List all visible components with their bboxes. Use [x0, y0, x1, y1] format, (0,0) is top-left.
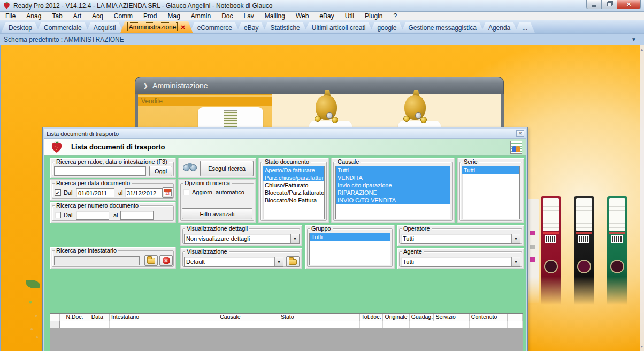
- column-header-causale[interactable]: Causale: [218, 314, 279, 321]
- menu-util[interactable]: Util: [340, 12, 359, 20]
- gruppo-listbox[interactable]: Tutti: [309, 233, 390, 265]
- calendar-button[interactable]: [162, 187, 173, 198]
- menu-lav[interactable]: Lav: [239, 12, 259, 20]
- menu-comm[interactable]: Comm: [109, 12, 138, 20]
- list-item[interactable]: Tutti: [336, 166, 450, 174]
- date-to-input[interactable]: [125, 188, 162, 197]
- date-from-input[interactable]: [76, 188, 114, 197]
- documents-table: N.Doc.DataIntestatarioCausaleStatoTot.do…: [50, 313, 523, 351]
- menu-file[interactable]: File: [0, 12, 21, 20]
- auto-update-checkbox[interactable]: [183, 189, 189, 195]
- statusbar-dropdown-icon[interactable]: ▼: [631, 36, 637, 42]
- list-item[interactable]: INVIO C/TO VENDITA: [336, 196, 450, 204]
- tab-statistiche[interactable]: Statistiche: [263, 22, 307, 33]
- close-button[interactable]: ✕: [617, 0, 641, 9]
- menu-mag[interactable]: Mag: [162, 12, 185, 20]
- scroll-up-icon[interactable]: ▲: [640, 47, 644, 53]
- tab-google[interactable]: google: [370, 22, 404, 33]
- column-header-data[interactable]: Data: [85, 314, 110, 321]
- tab-commerciale[interactable]: Commerciale: [36, 22, 89, 33]
- execute-search-button[interactable]: Esegui ricerca: [200, 161, 254, 176]
- stato-documento-listbox[interactable]: Aperto/Da fatturareParz.chiuso/parz.fatt…: [263, 166, 325, 219]
- pick-intestatario-button[interactable]: [144, 255, 158, 266]
- menu-ammin[interactable]: Ammin: [186, 12, 216, 20]
- list-item[interactable]: Bloccato/No Fattura: [263, 196, 324, 204]
- menu-anag[interactable]: Anag: [21, 12, 47, 20]
- tab-acquisti[interactable]: Acquisti: [86, 22, 124, 33]
- agente-combobox[interactable]: Tutti ▼: [401, 257, 520, 267]
- number-filter-checkbox[interactable]: [55, 212, 61, 218]
- menu-tab[interactable]: Tab: [47, 12, 67, 20]
- menu-doc[interactable]: Doc: [216, 12, 238, 20]
- column-header-guadag[interactable]: Guadag...: [410, 314, 434, 321]
- operatore-combobox[interactable]: Tutti ▼: [401, 234, 520, 244]
- causale-listbox[interactable]: TuttiVENDITAInvio c/to riparazioneRIPARA…: [335, 166, 450, 219]
- binoculars-icon: [183, 163, 197, 172]
- table-empty-row[interactable]: [50, 321, 523, 328]
- tab-amministrazione[interactable]: Amministrazione✕: [120, 21, 193, 33]
- tab-ebay[interactable]: eBay: [236, 22, 266, 33]
- menu-web[interactable]: Web: [290, 12, 314, 20]
- menu-[interactable]: ?: [388, 12, 402, 20]
- dialog-header: Lista documenti di trasporto: [44, 139, 526, 156]
- list-item[interactable]: RIPARAZIONE: [336, 189, 450, 196]
- execute-search-panel: Esegui ricerca: [178, 158, 256, 178]
- number-to-input[interactable]: [120, 211, 154, 220]
- minimize-button[interactable]: [586, 0, 602, 9]
- menu-ebay[interactable]: eBay: [314, 12, 339, 20]
- visualizzazione-combobox[interactable]: Default ▼: [184, 257, 283, 267]
- serie-listbox[interactable]: Tutti: [462, 166, 520, 219]
- list-item[interactable]: Chiuso/Fatturato: [263, 181, 324, 189]
- tab-desktop[interactable]: Desktop: [1, 22, 40, 33]
- search-doc-input[interactable]: [54, 166, 146, 176]
- advanced-filters-button[interactable]: Filtri avanzati: [182, 208, 252, 219]
- chevron-down-icon[interactable]: ▼: [290, 234, 299, 243]
- menu-plugin[interactable]: Plugin: [359, 12, 388, 20]
- tab-ultimi-articoli-creati[interactable]: Ultimi articoli creati: [304, 22, 373, 33]
- column-header-blank[interactable]: [508, 314, 523, 321]
- intestatario-input[interactable]: [54, 256, 140, 265]
- date-filter-checkbox[interactable]: ✔: [55, 189, 61, 196]
- column-header-contenuto[interactable]: Contenuto: [470, 314, 508, 321]
- list-item[interactable]: VENDITA: [336, 174, 450, 181]
- list-item[interactable]: Tutti: [310, 233, 390, 241]
- list-item[interactable]: Invio c/to riparazione: [336, 181, 450, 189]
- amministrazione-panel-title: Amministrazione: [152, 81, 208, 90]
- number-from-input[interactable]: [76, 211, 109, 220]
- list-item[interactable]: Bloccato/Parz.fatturato: [263, 189, 324, 196]
- list-item[interactable]: Aperto/Da fatturare: [263, 166, 324, 174]
- tab--[interactable]: ...: [515, 22, 535, 33]
- tab-close-icon[interactable]: ✕: [180, 24, 185, 31]
- list-item[interactable]: Parz.chiuso/parz.fatturato: [263, 174, 324, 181]
- chevron-down-icon[interactable]: ▼: [511, 234, 520, 243]
- menu-prod[interactable]: Prod: [138, 12, 162, 20]
- list-item[interactable]: Tutti: [462, 166, 519, 174]
- menu-acq[interactable]: Acq: [87, 12, 109, 20]
- today-button[interactable]: Oggi: [149, 166, 172, 176]
- column-header-intestatario[interactable]: Intestatario: [110, 314, 218, 321]
- clear-intestatario-button[interactable]: ✕: [159, 255, 173, 266]
- sidebar-item-vendite[interactable]: Vendite: [138, 97, 272, 106]
- scroll-down-icon[interactable]: ▼: [640, 344, 644, 350]
- column-header-totdoc[interactable]: Tot.doc.: [360, 314, 384, 321]
- column-header-originale[interactable]: Originale: [383, 314, 410, 321]
- column-header-servizio[interactable]: Servizio: [434, 314, 469, 321]
- desktop-scrollbar[interactable]: ▲ ▼: [640, 45, 644, 351]
- report-users-icon[interactable]: [510, 141, 522, 154]
- column-header-ndoc[interactable]: N.Doc.: [60, 314, 86, 321]
- dialog-close-button[interactable]: ✕: [516, 130, 524, 137]
- menu-art[interactable]: Art: [68, 12, 87, 20]
- menu-mailing[interactable]: Mailing: [259, 12, 290, 20]
- vis-dettagli-combobox[interactable]: Non visualizzare dettagli ▼: [184, 234, 300, 244]
- chevron-down-icon[interactable]: ▼: [511, 257, 520, 266]
- tab-gestione-messaggistica[interactable]: Gestione messaggistica: [401, 22, 484, 33]
- open-view-button[interactable]: [286, 256, 300, 267]
- column-header-blank[interactable]: [50, 314, 60, 321]
- tab-agenda[interactable]: Agenda: [481, 22, 518, 33]
- tab-ecommerce[interactable]: eCommerce: [190, 22, 240, 33]
- chevron-down-icon[interactable]: ▼: [274, 257, 283, 266]
- dialog-title: Lista documenti di trasporto: [47, 131, 119, 137]
- restore-button[interactable]: [602, 0, 617, 9]
- dialog-titlebar[interactable]: Lista documenti di trasporto ✕: [44, 129, 526, 139]
- column-header-stato[interactable]: Stato: [279, 314, 360, 321]
